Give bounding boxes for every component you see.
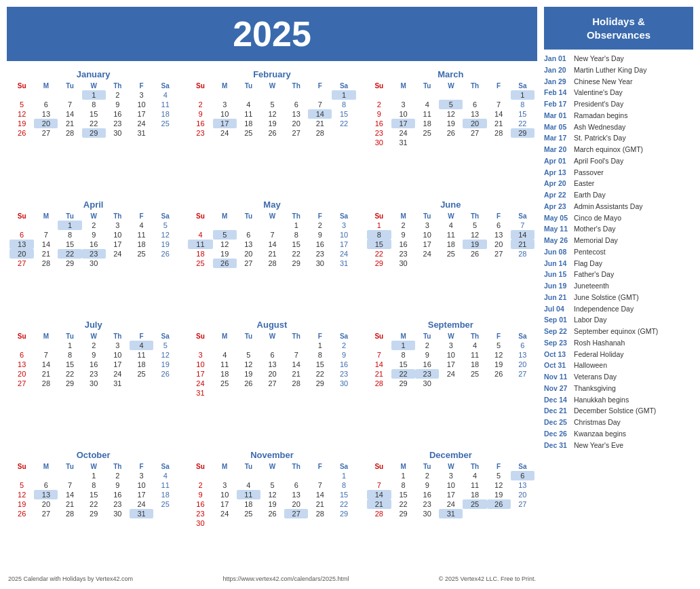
year-header: 2025 <box>7 7 537 61</box>
day-header-th: Th <box>463 212 486 221</box>
calendar-day: 12 <box>9 109 34 119</box>
month-table-april: SuMTuWThFSa12345678910111213141516171819… <box>9 212 177 268</box>
calendar-day: 21 <box>308 119 332 128</box>
day-header-w: W <box>260 332 284 341</box>
month-may: MaySuMTuWThFSa12345678910111213141516171… <box>185 197 358 312</box>
month-table-august: SuMTuWThFSa12345678910111213141516171819… <box>188 332 355 398</box>
calendar-day: 14 <box>487 109 511 119</box>
calendar-day <box>188 221 212 230</box>
day-header-th: Th <box>106 212 130 221</box>
day-header-th: Th <box>284 81 308 90</box>
calendar-day: 22 <box>511 119 534 128</box>
calendar-day: 9 <box>332 350 355 360</box>
holiday-date: Mar 17 <box>544 133 571 144</box>
holiday-date: Nov 27 <box>544 383 571 394</box>
calendar-day <box>153 509 177 518</box>
calendar-day: 9 <box>82 230 106 240</box>
calendar-day: 15 <box>82 490 106 499</box>
calendar-day: 20 <box>34 119 58 128</box>
day-header-tu: Tu <box>415 462 439 471</box>
calendar-day: 28 <box>487 128 511 138</box>
calendar-day: 29 <box>58 379 81 388</box>
holiday-name: March equinox (GMT) <box>574 145 643 155</box>
calendar-day: 3 <box>213 480 237 490</box>
calendar-day: 4 <box>237 100 260 109</box>
calendar-day: 11 <box>153 100 177 109</box>
calendar-day: 2 <box>367 100 391 109</box>
calendar-day: 12 <box>153 230 177 240</box>
holiday-name: Halloween <box>574 360 607 371</box>
calendar-day: 8 <box>58 350 81 360</box>
calendar-day: 14 <box>511 230 534 240</box>
day-header-w: W <box>439 212 463 221</box>
holiday-name: June Solstice (GMT) <box>574 292 639 303</box>
months-grid: JanuarySuMTuWThFSa1234567891011121314151… <box>7 66 537 571</box>
day-header-m: M <box>213 212 237 221</box>
holiday-date: Jan 20 <box>544 65 571 76</box>
holiday-item: Dec 14Hanukkah begins <box>544 395 693 406</box>
holiday-date: Jun 21 <box>544 292 571 303</box>
calendar-day: 4 <box>188 230 212 240</box>
calendar-day: 9 <box>82 350 106 360</box>
calendar-day: 31 <box>391 138 415 147</box>
calendar-day <box>260 518 284 528</box>
calendar-day: 13 <box>284 109 308 119</box>
holiday-item: Jun 14Flag Day <box>544 259 693 269</box>
day-header-sa: Sa <box>511 81 534 90</box>
calendar-day: 30 <box>106 128 130 138</box>
calendar-day: 9 <box>415 350 439 360</box>
calendar-day: 5 <box>260 480 284 490</box>
calendar-day: 2 <box>188 100 212 109</box>
holiday-name: Independence Day <box>574 304 634 315</box>
calendar-day: 24 <box>391 128 415 138</box>
holiday-date: Sep 01 <box>544 315 571 326</box>
calendar-day: 23 <box>332 369 355 379</box>
day-header-su: Su <box>9 462 34 471</box>
calendar-day: 26 <box>9 509 34 518</box>
calendar-day <box>367 90 391 100</box>
calendar-day: 11 <box>153 480 177 490</box>
calendar-day: 31 <box>130 509 153 518</box>
day-header-tu: Tu <box>415 212 439 221</box>
calendar-day: 13 <box>9 240 34 249</box>
holiday-date: Sep 22 <box>544 326 571 337</box>
calendar-day: 13 <box>34 109 58 119</box>
calendar-day: 31 <box>130 128 153 138</box>
calendar-day: 17 <box>106 360 130 369</box>
day-header-tu: Tu <box>415 332 439 341</box>
calendar-day: 24 <box>439 499 463 509</box>
calendar-day <box>130 259 153 268</box>
calendar-day: 25 <box>237 509 260 518</box>
calendar-day: 5 <box>213 230 237 240</box>
holiday-name: Christmas Day <box>574 417 621 428</box>
month-february: FebruarySuMTuWThFSa123456789101112131415… <box>185 66 358 191</box>
calendar-day: 21 <box>487 119 511 128</box>
calendar-day: 26 <box>153 369 177 379</box>
holiday-name: Thanksgiving <box>574 383 616 394</box>
month-table-november: SuMTuWThFSa12345678910111213141516171819… <box>188 462 355 528</box>
calendar-day: 31 <box>439 509 463 518</box>
holiday-item: May 11Mother's Day <box>544 224 693 235</box>
calendar-day: 8 <box>367 230 391 240</box>
calendar-day: 2 <box>308 221 332 230</box>
calendar-day <box>439 379 463 388</box>
day-header-sa: Sa <box>153 462 177 471</box>
calendar-day: 14 <box>34 240 58 249</box>
calendar-day <box>308 388 332 398</box>
calendar-day: 10 <box>439 350 463 360</box>
calendar-day: 30 <box>82 259 106 268</box>
holiday-item: Mar 17St. Patrick's Day <box>544 133 693 144</box>
calendar-day: 6 <box>34 480 58 490</box>
calendar-day: 23 <box>367 128 391 138</box>
calendar-day: 19 <box>439 119 463 128</box>
calendar-day <box>153 379 177 388</box>
calendar-day: 21 <box>34 369 58 379</box>
calendar-day: 22 <box>82 499 106 509</box>
holiday-date: Jan 29 <box>544 77 571 88</box>
calendar-day <box>511 379 534 388</box>
calendar-day: 15 <box>284 240 308 249</box>
day-header-su: Su <box>188 212 212 221</box>
calendar-day: 15 <box>58 360 81 369</box>
calendar-day: 28 <box>260 259 284 268</box>
calendar-day: 24 <box>332 249 355 259</box>
